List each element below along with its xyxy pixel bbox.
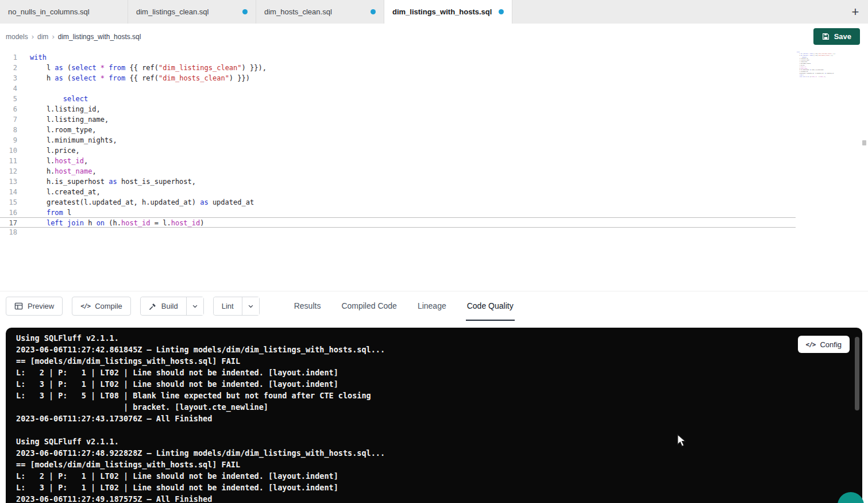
dbt-ide-app: no_nulls_in_columns.sqldim_listings_clea… <box>0 0 868 503</box>
code-text: l.listing_id, <box>30 104 101 114</box>
config-button[interactable]: </> Config <box>798 336 850 353</box>
code-line[interactable]: 15 greatest(l.updated_at, h.updated_at) … <box>0 197 868 208</box>
tab-label: dim_listings_clean.sql <box>136 7 209 16</box>
code-text <box>30 83 34 94</box>
code-line[interactable]: 6 l.listing_id, <box>0 104 868 114</box>
panel-tab-compiled-code[interactable]: Compiled Code <box>340 291 398 321</box>
code-line[interactable]: 12 h.host_name, <box>0 166 868 176</box>
unsaved-changes-dot-icon <box>242 9 248 14</box>
editor-scrollbar[interactable] <box>862 140 866 145</box>
breadcrumb-separator-icon: › <box>52 32 54 41</box>
tab-bar: no_nulls_in_columns.sqldim_listings_clea… <box>0 0 868 24</box>
code-text: select <box>30 94 88 104</box>
unsaved-changes-dot-icon <box>499 9 504 14</box>
minimap-content: with l as (select * from {{ ref("dim_lis… <box>797 51 806 78</box>
code-text: h.host_name, <box>30 166 97 176</box>
code-line[interactable]: 14 l.created_at, <box>0 187 868 197</box>
breadcrumb: models›dim›dim_listings_with_hosts.sql <box>6 32 141 41</box>
breadcrumb-item[interactable]: dim <box>37 33 48 41</box>
line-number: 2 <box>0 63 17 73</box>
config-button-label: Config <box>820 340 842 349</box>
code-line[interactable]: 1with <box>0 52 868 63</box>
line-number: 16 <box>0 208 17 218</box>
compile-button[interactable]: </> Compile <box>72 297 131 316</box>
code-line[interactable]: 9 l.minimum_nights, <box>0 135 868 145</box>
code-editor: 1with2 l as (select * from {{ ref("dim_l… <box>0 49 868 291</box>
panel-tab-results[interactable]: Results <box>293 291 322 321</box>
code-text: l.room_type, <box>30 125 97 135</box>
minimap[interactable]: with l as (select * from {{ ref("dim_lis… <box>797 51 839 87</box>
build-options-chevron[interactable] <box>186 297 203 315</box>
panel-tab-code-quality[interactable]: Code Quality <box>466 291 515 321</box>
panel-tab-lineage[interactable]: Lineage <box>416 291 447 321</box>
line-number: 3 <box>0 73 17 83</box>
chevron-down-icon <box>192 303 198 309</box>
code-line[interactable]: 16 from l <box>0 208 868 218</box>
line-number: 7 <box>0 114 17 125</box>
code-text: l as (select * from {{ ref("dim_listings… <box>30 63 267 73</box>
line-number: 1 <box>0 52 17 63</box>
code-line[interactable]: 8 l.room_type, <box>0 125 868 135</box>
terminal-output: Using SQLFluff v2.1.1. 2023-06-06T11:27:… <box>16 332 862 503</box>
code-area: 1with2 l as (select * from {{ ref("dim_l… <box>0 52 868 237</box>
new-tab-button[interactable]: + <box>843 0 868 24</box>
line-number: 17 <box>0 218 17 227</box>
code-line[interactable]: 18 <box>0 227 868 237</box>
line-number: 6 <box>0 104 17 114</box>
editor-tab-dim_listings_clean[interactable]: dim_listings_clean.sql <box>128 0 256 24</box>
code-line[interactable]: 17 left join h on (h.host_id = l.host_id… <box>0 217 796 228</box>
preview-grid-icon <box>14 302 23 310</box>
breadcrumb-bar: models›dim›dim_listings_with_hosts.sql S… <box>0 24 868 49</box>
code-text: l.created_at, <box>30 187 101 197</box>
editor-tab-no_nulls_in_columns[interactable]: no_nulls_in_columns.sql <box>0 0 128 24</box>
line-number: 5 <box>0 94 17 104</box>
code-text: h as (select * from {{ ref("dim_hosts_cl… <box>30 73 250 83</box>
preview-button-label: Preview <box>28 302 54 310</box>
config-code-icon: </> <box>806 341 816 348</box>
terminal-scrollbar[interactable] <box>855 337 859 410</box>
breadcrumb-item[interactable]: models <box>6 33 28 41</box>
code-line[interactable]: 13 h.is_superhost as host_is_superhost, <box>0 176 868 187</box>
line-number: 14 <box>0 187 17 197</box>
save-button-label: Save <box>834 32 851 41</box>
unsaved-changes-dot-icon <box>371 9 376 14</box>
code-text <box>30 227 34 237</box>
line-number: 4 <box>0 83 17 94</box>
code-line[interactable]: 7 l.listing_name, <box>0 114 868 125</box>
code-line[interactable]: 10 l.price, <box>0 145 868 156</box>
line-number: 15 <box>0 197 17 208</box>
breadcrumb-separator-icon: › <box>32 32 34 41</box>
code-text: l.minimum_nights, <box>30 135 117 145</box>
line-number: 18 <box>0 227 17 237</box>
compile-code-icon: </> <box>80 302 90 310</box>
terminal-panel: Using SQLFluff v2.1.1. 2023-06-06T11:27:… <box>6 328 862 503</box>
breadcrumb-item[interactable]: dim_listings_with_hosts.sql <box>58 33 141 41</box>
line-number: 11 <box>0 156 17 166</box>
code-text: l.listing_name, <box>30 114 109 125</box>
save-disk-icon <box>822 33 830 40</box>
code-text: greatest(l.updated_at, h.updated_at) as … <box>30 197 254 208</box>
lint-options-chevron[interactable] <box>242 297 259 315</box>
lint-button[interactable]: Lint <box>214 297 242 315</box>
build-hammer-icon <box>149 302 157 310</box>
build-button[interactable]: Build <box>141 297 186 315</box>
editor-tab-dim_listings_with_hosts[interactable]: dim_listings_with_hosts.sql <box>384 0 512 24</box>
code-line[interactable]: 2 l as (select * from {{ ref("dim_listin… <box>0 63 868 73</box>
compile-button-label: Compile <box>95 302 122 310</box>
code-line[interactable]: 3 h as (select * from {{ ref("dim_hosts_… <box>0 73 868 83</box>
tab-label: dim_listings_with_hosts.sql <box>392 7 492 16</box>
code-line[interactable]: 5 select <box>0 94 868 104</box>
panel-tabs: ResultsCompiled CodeLineageCode Quality <box>293 291 515 321</box>
line-number: 10 <box>0 145 17 156</box>
editor-tab-dim_hosts_clean[interactable]: dim_hosts_clean.sql <box>256 0 384 24</box>
code-line[interactable]: 4 <box>0 83 868 94</box>
code-text: with <box>30 52 47 63</box>
preview-button[interactable]: Preview <box>6 297 63 316</box>
lint-button-label: Lint <box>222 302 234 310</box>
action-toolbar: Preview </> Compile Build Lint <box>0 291 868 321</box>
lint-button-group: Lint <box>213 297 260 316</box>
code-text: l.host_id, <box>30 156 88 166</box>
save-button[interactable]: Save <box>813 28 860 45</box>
code-line[interactable]: 11 l.host_id, <box>0 156 868 166</box>
line-number: 13 <box>0 176 17 187</box>
